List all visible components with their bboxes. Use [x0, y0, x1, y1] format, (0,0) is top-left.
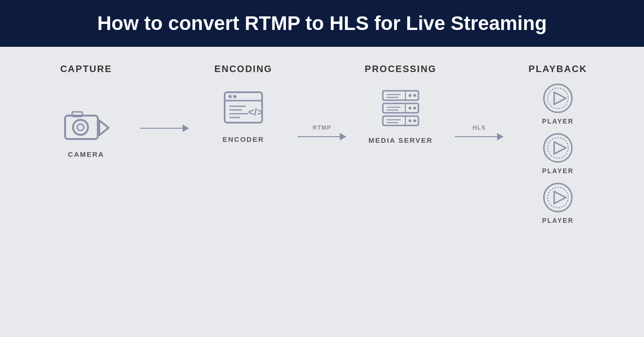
svg-point-17 [409, 94, 411, 97]
capture-stage: CAPTURE CAMERA [35, 64, 138, 158]
player-icon-1 [542, 82, 574, 115]
encoder-label: ENCODER [222, 135, 264, 143]
player-1-label: PLAYER [542, 117, 574, 125]
svg-point-24 [413, 107, 416, 110]
processing-stage: PROCESSING [349, 64, 452, 144]
page-root: How to convert RTMP to HLS for Live Stre… [0, 0, 644, 337]
svg-point-23 [409, 107, 411, 110]
camera-label: CAMERA [68, 150, 104, 158]
svg-point-29 [409, 119, 411, 122]
svg-point-18 [413, 94, 416, 97]
encoding-stage: ENCODING x o [192, 64, 295, 143]
playback-label: PLAYBACK [528, 64, 587, 74]
svg-rect-21 [383, 103, 418, 113]
svg-marker-38 [554, 142, 566, 154]
arrow-capture-encoding [138, 125, 192, 132]
arrow-processing-playback: HLS [452, 125, 506, 140]
svg-text:</>: </> [248, 106, 263, 118]
camera-icon [63, 107, 110, 145]
camera-icon-wrapper: CAMERA [63, 107, 110, 158]
processing-label: PROCESSING [365, 64, 436, 74]
header: How to convert RTMP to HLS for Live Stre… [0, 0, 644, 47]
svg-rect-27 [383, 116, 418, 125]
diagram-container: CAPTURE CAMERA [0, 47, 644, 224]
player-2: PLAYER [542, 132, 574, 175]
svg-point-1 [73, 120, 88, 135]
player-2-label: PLAYER [542, 167, 574, 175]
rtmp-label: RTMP [313, 125, 331, 131]
svg-marker-35 [554, 92, 566, 104]
svg-point-30 [413, 119, 416, 122]
svg-text:x o: x o [229, 94, 237, 99]
players-stack: PLAYER PLAYER [542, 82, 574, 224]
encoder-icon: x o </> [222, 88, 264, 131]
encoding-label: ENCODING [214, 64, 272, 74]
media-server-icon [377, 88, 424, 131]
svg-rect-3 [72, 112, 82, 117]
capture-label: CAPTURE [60, 64, 112, 74]
encoder-icon-wrapper: x o </> ENCODER [222, 88, 264, 143]
player-1: PLAYER [542, 82, 574, 125]
page-title: How to convert RTMP to HLS for Live Stre… [19, 12, 625, 35]
playback-stage: PLAYBACK PLAYER [506, 64, 609, 224]
hls-label: HLS [473, 125, 486, 131]
player-icon-2 [542, 132, 574, 164]
media-server-icon-wrapper: MEDIA SERVER [368, 88, 432, 144]
svg-marker-41 [554, 191, 566, 204]
svg-marker-4 [99, 120, 109, 135]
player-3: PLAYER [542, 181, 574, 224]
svg-rect-15 [383, 91, 418, 100]
player-icon-3 [542, 181, 574, 214]
media-server-label: MEDIA SERVER [368, 136, 432, 144]
svg-point-2 [77, 124, 84, 131]
player-3-label: PLAYER [542, 217, 574, 224]
arrow-encoding-processing: RTMP [295, 125, 349, 140]
